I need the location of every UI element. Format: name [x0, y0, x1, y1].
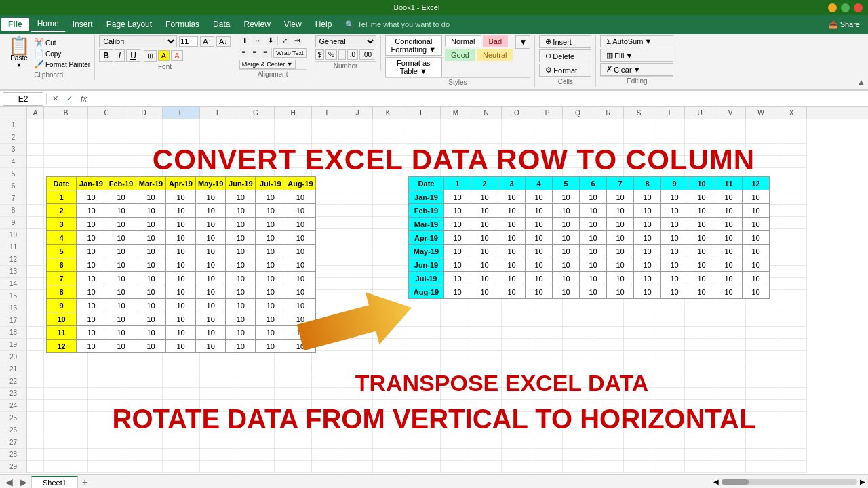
cell-k15[interactable] [373, 290, 403, 302]
cell-j11[interactable] [342, 241, 373, 253]
cell-s10[interactable] [624, 229, 654, 241]
cell-p5[interactable] [532, 168, 563, 180]
cell-h8[interactable] [275, 205, 312, 217]
cell-t2[interactable] [654, 131, 685, 144]
cell-a2[interactable] [27, 131, 44, 144]
cell-m13[interactable] [441, 266, 471, 278]
cell-f8[interactable] [200, 205, 237, 217]
cell-m24[interactable] [441, 400, 471, 412]
insert-button[interactable]: ⊕ Insert [539, 35, 591, 48]
cell-t8[interactable] [654, 205, 685, 217]
cell-k16[interactable] [373, 302, 403, 314]
cell-c10[interactable] [88, 229, 125, 241]
cell-t26[interactable] [654, 424, 685, 436]
cell-d4[interactable] [125, 156, 163, 168]
cell-k26[interactable] [373, 424, 403, 436]
cell-p15[interactable] [532, 290, 563, 302]
cell-t21[interactable] [654, 363, 685, 375]
cell-f27[interactable] [200, 436, 237, 449]
cell-m22[interactable] [441, 375, 471, 388]
cell-p27[interactable] [532, 436, 563, 449]
cell-k20[interactable] [373, 351, 403, 363]
cell-w5[interactable] [746, 168, 776, 180]
clear-button[interactable]: ✗ Clear▼ [600, 63, 673, 76]
cell-j2[interactable] [342, 131, 373, 144]
cell-g15[interactable] [237, 290, 275, 302]
cell-m9[interactable] [441, 217, 471, 229]
cell-f18[interactable] [200, 327, 237, 339]
cell-r10[interactable] [593, 229, 624, 241]
cell-l23[interactable] [403, 388, 441, 400]
cell-g16[interactable] [237, 302, 275, 314]
cell-o18[interactable] [502, 327, 532, 339]
cell-w29[interactable] [746, 461, 776, 473]
comma-button[interactable]: , [338, 49, 346, 60]
fill-button[interactable]: ▥ Fill▼ [600, 49, 673, 62]
cell-a6[interactable] [27, 180, 44, 192]
cell-h25[interactable] [275, 412, 312, 424]
cell-p25[interactable] [532, 412, 563, 424]
row-number-29[interactable]: 29 [0, 461, 27, 473]
cell-f25[interactable] [200, 412, 237, 424]
cell-j7[interactable] [342, 192, 373, 205]
cell-v24[interactable] [715, 400, 746, 412]
cell-p4[interactable] [532, 156, 563, 168]
cell-c11[interactable] [88, 241, 125, 253]
cell-l17[interactable] [403, 314, 441, 327]
cell-h11[interactable] [275, 241, 312, 253]
cell-j21[interactable] [342, 363, 373, 375]
menu-item-formulas[interactable]: Formulas [159, 18, 206, 31]
cell-a4[interactable] [27, 156, 44, 168]
cell-m25[interactable] [441, 412, 471, 424]
cell-b12[interactable] [44, 253, 88, 266]
cell-i24[interactable] [312, 400, 342, 412]
cell-t3[interactable] [654, 144, 685, 156]
cell-c12[interactable] [88, 253, 125, 266]
cell-k22[interactable] [373, 375, 403, 388]
cell-s23[interactable] [624, 388, 654, 400]
row-number-13[interactable]: 13 [0, 266, 27, 278]
cell-x8[interactable] [776, 205, 807, 217]
italic-button[interactable]: I [115, 49, 125, 62]
cell-w24[interactable] [746, 400, 776, 412]
cell-t25[interactable] [654, 412, 685, 424]
cell-m26[interactable] [441, 424, 471, 436]
cell-d25[interactable] [125, 412, 163, 424]
cell-f26[interactable] [200, 424, 237, 436]
cell-b13[interactable] [44, 266, 88, 278]
cell-r21[interactable] [593, 363, 624, 375]
cell-a1[interactable] [27, 119, 44, 131]
cell-u15[interactable] [685, 290, 715, 302]
cell-p3[interactable] [532, 144, 563, 156]
align-top-button[interactable]: ⬆ [239, 35, 250, 45]
cell-v22[interactable] [715, 375, 746, 388]
cell-p20[interactable] [532, 351, 563, 363]
cell-a22[interactable] [27, 375, 44, 388]
cell-d26[interactable] [125, 424, 163, 436]
cell-a11[interactable] [27, 241, 44, 253]
menu-item-file[interactable]: File [1, 18, 29, 31]
cell-n25[interactable] [471, 412, 502, 424]
cell-j15[interactable] [342, 290, 373, 302]
cell-d20[interactable] [125, 351, 163, 363]
cell-i7[interactable] [312, 192, 342, 205]
cell-d14[interactable] [125, 278, 163, 290]
align-left-button[interactable]: ≡ [239, 47, 249, 58]
cell-i20[interactable] [312, 351, 342, 363]
cell-r4[interactable] [593, 156, 624, 168]
cell-s28[interactable] [624, 449, 654, 461]
cell-x16[interactable] [776, 302, 807, 314]
cell-q10[interactable] [563, 229, 593, 241]
cell-v20[interactable] [715, 351, 746, 363]
cell-l6[interactable] [403, 180, 441, 192]
cell-g3[interactable] [237, 144, 275, 156]
cell-t6[interactable] [654, 180, 685, 192]
cell-l13[interactable] [403, 266, 441, 278]
cell-j26[interactable] [342, 424, 373, 436]
cell-x5[interactable] [776, 168, 807, 180]
cell-r19[interactable] [593, 339, 624, 351]
cell-n4[interactable] [471, 156, 502, 168]
row-number-10[interactable]: 10 [0, 229, 27, 241]
cell-f6[interactable] [200, 180, 237, 192]
cell-p1[interactable] [532, 119, 563, 131]
